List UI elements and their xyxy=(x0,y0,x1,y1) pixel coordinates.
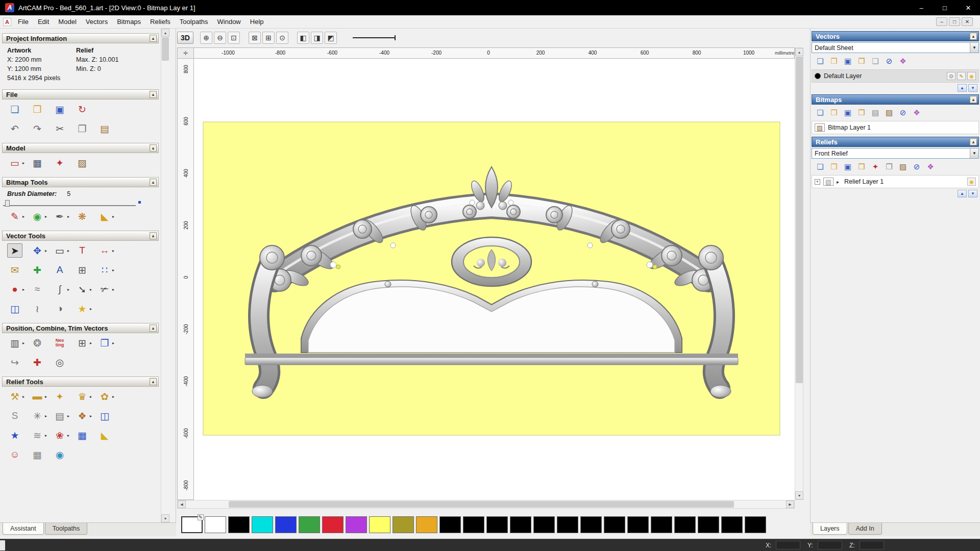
menu-toolpaths[interactable]: Toolpaths xyxy=(175,16,213,27)
palette-swatch[interactable] xyxy=(463,516,484,533)
circular-copy-icon[interactable]: ❂ xyxy=(30,336,48,350)
current-colour-swatch[interactable]: ✎ xyxy=(181,516,203,533)
scroll-up-icon[interactable]: ▲ xyxy=(161,29,169,37)
palette-swatch[interactable] xyxy=(299,516,320,533)
mdi-close-button[interactable]: ✕ xyxy=(962,17,973,26)
bitmap-layer-row[interactable]: ▨ Bitmap Layer 1 xyxy=(812,121,978,134)
snap-grid-icon[interactable]: ⊞ xyxy=(75,263,93,277)
collapse-section-icon[interactable]: ▲ xyxy=(970,96,977,103)
create-rectangle-icon[interactable]: ▭▸ xyxy=(52,243,71,258)
new-relief-layer-icon[interactable]: ❏ xyxy=(815,162,826,172)
move-layer-up-button[interactable]: ▲ xyxy=(958,190,967,197)
menu-vectors[interactable]: Vectors xyxy=(81,16,112,27)
minimize-button[interactable]: – xyxy=(910,0,933,15)
angled-plane-icon[interactable]: ◣ xyxy=(97,428,116,442)
canvas-horizontal-scrollbar[interactable]: ◀ ▶ xyxy=(177,500,795,509)
palette-swatch[interactable] xyxy=(416,516,437,533)
export-model-icon[interactable]: ↻ xyxy=(75,102,93,116)
wave-relief-icon[interactable]: ≋▸ xyxy=(30,428,48,442)
zoom-fit-icon[interactable]: ⊠ xyxy=(249,32,261,44)
zoom-objects-icon[interactable]: ⊞ xyxy=(262,32,275,44)
vector-layer-row[interactable]: Default Layer ⊙✎◉ xyxy=(812,70,978,82)
extrude-vector-icon[interactable]: ◫ xyxy=(7,302,26,316)
relief-preview-icon[interactable]: ▨ xyxy=(897,162,909,172)
move-layer-down-button[interactable]: ▼ xyxy=(968,190,977,197)
fit-curve-icon[interactable]: ≀ xyxy=(30,302,48,316)
bitmap-preview-icon[interactable]: ▨ xyxy=(884,108,895,118)
greyscale-model-icon[interactable]: ✦ xyxy=(52,156,71,170)
scroll-right-icon[interactable]: ▶ xyxy=(786,500,794,508)
lock-layer-icon[interactable]: ⊙ xyxy=(947,72,955,80)
palette-swatch[interactable] xyxy=(510,516,531,533)
cut-icon[interactable]: ✂ xyxy=(52,121,71,136)
new-vector-layer-icon[interactable]: ❏ xyxy=(815,56,826,66)
new-bitmap-layer-icon[interactable]: ❏ xyxy=(815,108,826,118)
collapse-section-icon[interactable]: ▲ xyxy=(150,324,157,332)
relief-selector[interactable]: Front Relief ▼ xyxy=(812,148,979,159)
view-3d-button[interactable]: 3D xyxy=(177,32,193,44)
mesh-relief-icon[interactable]: ▦ xyxy=(75,428,93,442)
measure-icon[interactable]: ↔▸ xyxy=(97,243,116,258)
palette-swatch[interactable] xyxy=(745,516,766,533)
close-button[interactable]: ✕ xyxy=(957,0,980,15)
create-star-icon[interactable]: ★▸ xyxy=(75,302,93,316)
tab-toolpaths[interactable]: Toolpaths xyxy=(45,523,88,535)
create-polyline-icon[interactable]: ➘▸ xyxy=(75,282,93,296)
tab-layers[interactable]: Layers xyxy=(813,523,847,535)
palette-swatch[interactable] xyxy=(721,516,743,533)
offset-relief-icon[interactable]: ✦ xyxy=(870,162,881,172)
new-sheet-icon[interactable]: ❏ xyxy=(870,56,881,66)
paste-icon[interactable]: ▤ xyxy=(97,121,116,136)
paint-icon[interactable]: ✎▸ xyxy=(7,209,26,223)
nesting-icon[interactable]: Nes ting xyxy=(52,336,71,350)
set-model-size-icon[interactable]: ▭▸ xyxy=(7,156,26,170)
stamp-relief-icon[interactable]: ✿▸ xyxy=(97,389,116,404)
grid-relief-icon[interactable]: ▦ xyxy=(30,447,48,462)
palette-swatch[interactable] xyxy=(275,516,297,533)
palette-swatch[interactable] xyxy=(533,516,555,533)
scrollbar-thumb[interactable] xyxy=(796,57,803,383)
snap-points-icon[interactable]: ∷▸ xyxy=(97,263,116,277)
sheet-selector[interactable]: Default Sheet ▼ xyxy=(812,42,979,53)
pan-left-icon[interactable]: ◧ xyxy=(297,32,309,44)
palette-swatch[interactable] xyxy=(627,516,649,533)
delete-relief-layer-icon[interactable]: ⊘ xyxy=(911,162,922,172)
merge-bitmap-layers-icon[interactable]: ❖ xyxy=(911,108,922,118)
node-editing-icon[interactable]: ✚ xyxy=(30,263,48,277)
palette-swatch[interactable] xyxy=(486,516,508,533)
collapse-section-icon[interactable]: ▲ xyxy=(150,144,157,152)
save-model-icon[interactable]: ▣ xyxy=(52,102,71,116)
relief-layer-row[interactable]: + ▧ ▸ Relief Layer 1 ◉ xyxy=(812,176,978,188)
merge-vector-layers-icon[interactable]: ❖ xyxy=(897,56,909,66)
open-bitmap-layer-icon[interactable]: ❒ xyxy=(828,108,840,118)
lighting-material-icon[interactable]: ▦ xyxy=(30,156,48,170)
merge-relief-layers-icon[interactable]: ❖ xyxy=(925,162,936,172)
wrap-vectors-icon[interactable]: ◑ xyxy=(52,302,71,316)
open-relief-layer-icon[interactable]: ❒ xyxy=(828,162,840,172)
model-preview-icon[interactable]: ▨ xyxy=(75,156,93,170)
colour-link-icon[interactable]: ◉▸ xyxy=(30,209,48,223)
layer-colour-swatch[interactable] xyxy=(815,73,821,79)
star-relief-icon[interactable]: ★ xyxy=(7,428,26,442)
trim-vectors-icon[interactable]: ✃▸ xyxy=(97,282,116,296)
palette-swatch[interactable] xyxy=(252,516,273,533)
menu-bitmaps[interactable]: Bitmaps xyxy=(112,16,145,27)
create-spiral-icon[interactable]: ◎ xyxy=(52,355,71,369)
collapse-section-icon[interactable]: ▲ xyxy=(970,138,977,145)
slider-handle[interactable] xyxy=(5,200,10,207)
move-layer-up-button[interactable]: ▲ xyxy=(958,84,967,92)
swept-profile-icon[interactable]: S xyxy=(7,409,26,423)
zoom-box-icon[interactable]: ⊡ xyxy=(228,32,240,44)
turn-model-icon[interactable]: ◫ xyxy=(97,409,116,423)
import-vectors-icon[interactable]: ❒ xyxy=(856,56,867,66)
layer-visibility-icon[interactable]: ◉ xyxy=(967,178,976,186)
sculpting-icon[interactable]: ⚒▸ xyxy=(7,389,26,404)
collapse-section-icon[interactable]: ▲ xyxy=(970,33,977,40)
relief-layers-icon[interactable]: ▤▸ xyxy=(52,409,71,423)
menu-edit[interactable]: Edit xyxy=(33,16,54,27)
collapse-section-icon[interactable]: ▲ xyxy=(150,378,157,385)
save-vector-layer-icon[interactable]: ▣ xyxy=(842,56,853,66)
face-wizard-icon[interactable]: ☺ xyxy=(7,447,26,462)
palette-swatch[interactable] xyxy=(322,516,344,533)
zoom-previous-icon[interactable]: ⊙ xyxy=(276,32,288,44)
